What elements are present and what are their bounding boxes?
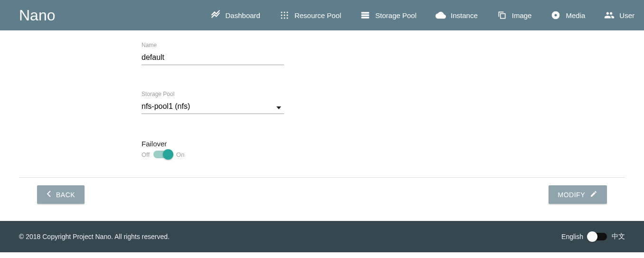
nav-label: User bbox=[619, 11, 635, 19]
toggle-knob bbox=[587, 231, 597, 242]
svg-rect-12 bbox=[500, 14, 505, 19]
trending-icon bbox=[210, 10, 221, 20]
svg-point-3 bbox=[281, 15, 282, 16]
main-content: Name Storage Pool nfs-pool1 (nfs) Failov… bbox=[18, 30, 626, 158]
failover-label: Failover bbox=[142, 140, 426, 148]
svg-point-14 bbox=[555, 14, 557, 17]
app-header: Nano Dashboard Resource Pool Storage Poo… bbox=[0, 0, 644, 30]
copyright-text: © 2018 Copyright Project Nano. All right… bbox=[19, 233, 170, 240]
chevron-left-icon bbox=[47, 191, 51, 199]
storage-pool-field: Storage Pool nfs-pool1 (nfs) bbox=[142, 91, 284, 114]
storage-icon bbox=[360, 10, 370, 20]
disc-icon bbox=[550, 10, 561, 20]
grid-icon bbox=[279, 10, 290, 20]
language-switch: English 中文 bbox=[561, 232, 625, 241]
svg-rect-11 bbox=[361, 17, 369, 18]
svg-point-1 bbox=[284, 12, 285, 13]
users-icon bbox=[604, 10, 615, 20]
nav-instance[interactable]: Instance bbox=[436, 10, 478, 20]
nav-label: Dashboard bbox=[226, 11, 260, 19]
lang-english-label: English bbox=[561, 233, 583, 240]
nav-label: Instance bbox=[451, 11, 478, 19]
lang-chinese-label: 中文 bbox=[612, 232, 625, 241]
nav-dashboard[interactable]: Dashboard bbox=[210, 10, 260, 20]
svg-rect-10 bbox=[361, 14, 369, 16]
nav-label: Image bbox=[512, 11, 532, 19]
modify-button[interactable]: MODIFY bbox=[549, 185, 607, 204]
svg-point-5 bbox=[286, 15, 288, 16]
name-label: Name bbox=[142, 42, 284, 48]
nav-resource-pool[interactable]: Resource Pool bbox=[279, 10, 341, 20]
language-toggle[interactable] bbox=[588, 233, 607, 240]
failover-toggle[interactable] bbox=[153, 151, 172, 158]
svg-point-4 bbox=[284, 15, 285, 16]
nav-user[interactable]: User bbox=[604, 10, 635, 20]
name-field: Name bbox=[142, 42, 284, 65]
brand-logo[interactable]: Nano bbox=[19, 7, 56, 24]
storage-pool-label: Storage Pool bbox=[142, 91, 284, 97]
svg-point-7 bbox=[284, 18, 285, 19]
nav-image[interactable]: Image bbox=[497, 10, 532, 20]
svg-point-8 bbox=[286, 18, 288, 19]
nav-storage-pool[interactable]: Storage Pool bbox=[360, 10, 417, 20]
copy-icon bbox=[497, 10, 507, 20]
svg-point-0 bbox=[281, 12, 282, 13]
svg-point-2 bbox=[286, 12, 288, 13]
failover-off-label: Off bbox=[142, 151, 150, 158]
svg-point-6 bbox=[281, 18, 282, 19]
nav-label: Storage Pool bbox=[375, 11, 417, 19]
nav-label: Media bbox=[566, 11, 585, 19]
back-label: BACK bbox=[56, 191, 75, 199]
svg-rect-9 bbox=[361, 12, 369, 13]
nav-label: Resource Pool bbox=[294, 11, 341, 19]
failover-field: Failover Off On bbox=[142, 140, 426, 158]
toggle-knob bbox=[163, 149, 173, 160]
modify-label: MODIFY bbox=[558, 191, 585, 199]
failover-on-label: On bbox=[176, 151, 184, 158]
storage-pool-select[interactable]: nfs-pool1 (nfs) bbox=[142, 99, 284, 114]
action-bar: BACK MODIFY bbox=[18, 178, 626, 211]
main-nav: Dashboard Resource Pool Storage Pool Ins… bbox=[210, 10, 635, 20]
nav-media[interactable]: Media bbox=[550, 10, 585, 20]
name-input[interactable] bbox=[142, 50, 284, 65]
cloud-icon bbox=[436, 10, 446, 20]
back-button[interactable]: BACK bbox=[37, 185, 85, 204]
footer: © 2018 Copyright Project Nano. All right… bbox=[0, 221, 644, 252]
pencil-icon bbox=[590, 190, 597, 199]
